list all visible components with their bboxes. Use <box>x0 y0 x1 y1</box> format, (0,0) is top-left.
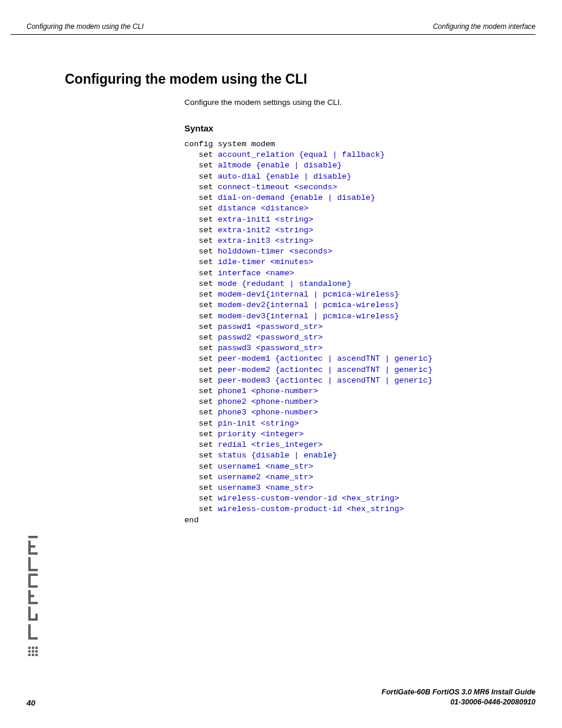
syntax-heading: Syntax <box>184 123 535 133</box>
page-header: Configuring the modem using the CLI Conf… <box>0 0 562 34</box>
fortinet-logo-watermark <box>28 536 41 657</box>
page-number: 40 <box>27 699 35 707</box>
header-left-text: Configuring the modem using the CLI <box>27 22 144 31</box>
header-right-text: Configuring the modem interface <box>433 22 535 31</box>
page-footer: 40 FortiGate-60B FortiOS 3.0 MR6 Install… <box>0 687 562 707</box>
svg-rect-8 <box>35 647 38 649</box>
heading-1: Configuring the modem using the CLI <box>65 71 535 87</box>
footer-doc-id: 01-30006-0446-20080910 <box>382 697 535 707</box>
svg-rect-1 <box>32 654 34 656</box>
intro-paragraph: Configure the modem settings using the C… <box>184 98 535 107</box>
footer-right: FortiGate-60B FortiOS 3.0 MR6 Install Gu… <box>382 687 535 707</box>
svg-rect-3 <box>28 650 31 653</box>
svg-rect-5 <box>35 650 38 653</box>
footer-guide-title: FortiGate-60B FortiOS 3.0 MR6 Install Gu… <box>382 687 535 697</box>
svg-rect-4 <box>32 650 34 653</box>
svg-rect-0 <box>28 654 31 656</box>
svg-rect-2 <box>35 654 38 656</box>
svg-rect-7 <box>32 647 34 649</box>
main-content: Configuring the modem using the CLI Conf… <box>0 35 562 526</box>
svg-rect-6 <box>28 647 31 649</box>
code-block: config system modem set account_relation… <box>184 139 535 526</box>
